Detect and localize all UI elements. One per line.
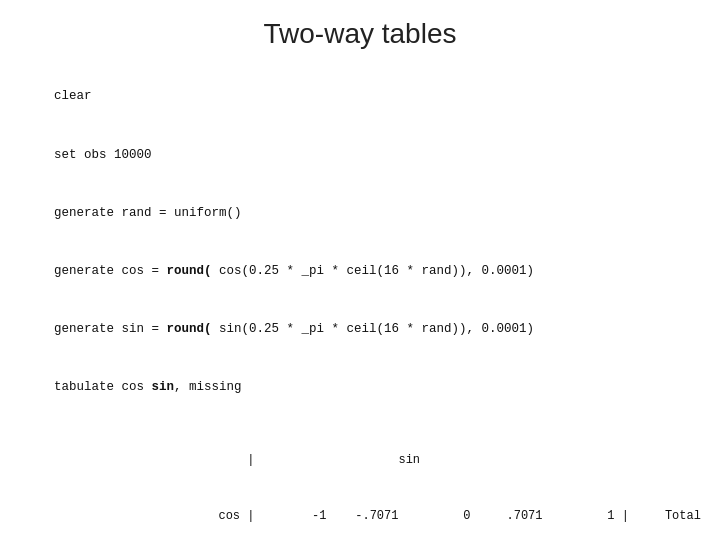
code-line5-pre: generate sin = (54, 322, 167, 336)
code-line6-end: , missing (174, 380, 242, 394)
code-block: clear set obs 10000 generate rand = unif… (24, 68, 696, 417)
page-container: Two-way tables clear set obs 10000 gener… (0, 0, 720, 540)
code-line2: set obs 10000 (54, 148, 152, 162)
code-line5-bold: round( (167, 322, 212, 336)
code-line5-mid: sin(0.25 * _pi * ceil(16 * rand)), 0.000… (212, 322, 535, 336)
code-line6-pre: tabulate cos (54, 380, 152, 394)
table-header-row2: cos | -1 -.7071 0 .7071 1 | Total (53, 509, 701, 523)
code-line6-bold: sin (152, 380, 175, 394)
table-container: | sin cos | -1 -.7071 0 .7071 1 | Total … (24, 433, 696, 540)
code-line4-mid: cos(0.25 * _pi * ceil(16 * rand)), 0.000… (212, 264, 535, 278)
code-line4-pre: generate cos = (54, 264, 167, 278)
code-line4-bold: round( (167, 264, 212, 278)
table-header-row1: | sin (53, 453, 420, 467)
code-line3: generate rand = uniform() (54, 206, 242, 220)
code-line1: clear (54, 89, 92, 103)
page-title: Two-way tables (264, 18, 457, 50)
